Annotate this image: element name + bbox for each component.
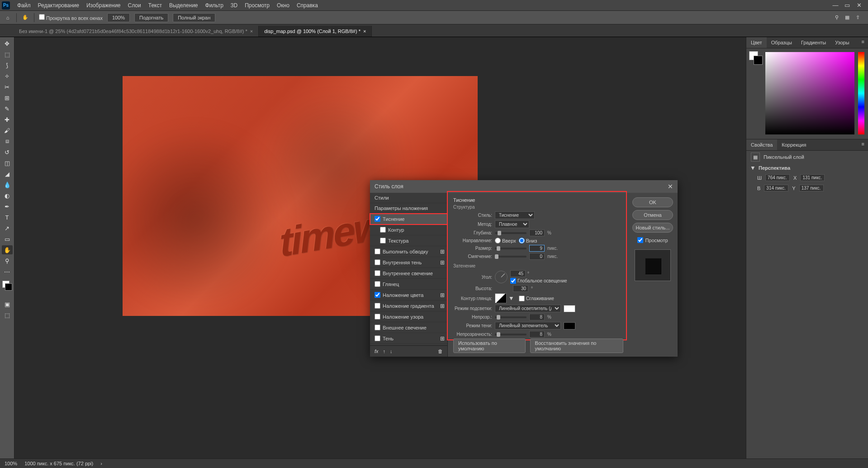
pen-tool[interactable]: ✒ xyxy=(2,202,13,211)
global-light-checkbox[interactable]: Глобальное освещение xyxy=(510,278,567,284)
satin-item[interactable]: Глянец xyxy=(370,279,447,290)
color-picker[interactable] xyxy=(746,48,868,139)
angle-input[interactable] xyxy=(510,270,526,277)
arrow-up-icon[interactable]: ↑ xyxy=(383,349,386,354)
menu-edit[interactable]: Редактирование xyxy=(34,2,83,9)
gradient-tool[interactable]: ◢ xyxy=(2,169,13,178)
tab-gradients[interactable]: Градиенты xyxy=(797,37,830,48)
panel-menu-icon[interactable]: ≡ xyxy=(858,37,868,48)
gradient-overlay-item[interactable]: Наложение градиента⊞ xyxy=(370,301,447,311)
style-select[interactable]: Тиснение xyxy=(495,211,535,219)
eraser-tool[interactable]: ◫ xyxy=(2,158,13,167)
height-input[interactable] xyxy=(764,185,788,191)
scroll-all-checkbox[interactable]: Прокрутка во всех окнах xyxy=(39,14,103,21)
menu-filter[interactable]: Фильтр xyxy=(202,2,227,9)
shadow-color[interactable] xyxy=(564,322,575,330)
frame-tool[interactable]: ⊞ xyxy=(2,93,13,102)
menu-file[interactable]: Файл xyxy=(14,2,34,9)
document-tab-2[interactable]: disp_map.psd @ 100% (Слой 1, RGB/8#) *× xyxy=(259,26,372,37)
trash-icon[interactable]: 🗑 xyxy=(438,349,443,354)
wand-tool[interactable]: ✧ xyxy=(2,72,13,81)
plus-icon[interactable]: ⊞ xyxy=(440,303,445,309)
path-tool[interactable]: ↗ xyxy=(2,224,13,233)
shadow-opacity-input[interactable] xyxy=(529,331,545,338)
menu-image[interactable]: Изображение xyxy=(83,2,124,9)
highlight-opacity-slider[interactable] xyxy=(495,316,526,318)
more-tools[interactable]: ⋯ xyxy=(2,267,13,276)
move-tool[interactable]: ✥ xyxy=(2,39,13,48)
new-style-button[interactable]: Новый стиль... xyxy=(632,223,673,233)
dodge-tool[interactable]: ◐ xyxy=(2,191,13,200)
type-tool[interactable]: T xyxy=(2,213,13,222)
outer-glow-item[interactable]: Внешнее свечение xyxy=(370,322,447,333)
share-icon[interactable]: ⇪ xyxy=(856,14,860,20)
history-brush-tool[interactable]: ↺ xyxy=(2,148,13,157)
eyedropper-tool[interactable]: ✎ xyxy=(2,104,13,113)
lasso-tool[interactable]: ⟆ xyxy=(2,61,13,70)
minimize-button[interactable]: — xyxy=(833,3,838,8)
x-input[interactable] xyxy=(800,174,825,181)
gloss-contour[interactable] xyxy=(495,293,507,303)
menu-view[interactable]: Просмотр xyxy=(241,2,273,9)
search-icon[interactable]: ⚲ xyxy=(835,14,839,20)
panel-menu-icon[interactable]: ≡ xyxy=(858,139,868,150)
depth-input[interactable] xyxy=(529,229,545,236)
stroke-item[interactable]: Выполнить обводку⊞ xyxy=(370,246,447,257)
color-swatches[interactable] xyxy=(2,281,12,291)
hand-tool-icon[interactable]: ✋ xyxy=(21,14,29,20)
plus-icon[interactable]: ⊞ xyxy=(440,248,445,255)
maximize-button[interactable]: ▭ xyxy=(844,3,850,8)
highlight-opacity-input[interactable] xyxy=(529,314,545,320)
altitude-input[interactable] xyxy=(513,285,528,292)
preview-checkbox[interactable]: Просмотр xyxy=(632,237,673,243)
fullscreen-button[interactable]: Полный экран xyxy=(173,13,215,22)
fx-icon[interactable]: fx xyxy=(375,349,379,354)
blur-tool[interactable]: 💧 xyxy=(2,180,13,189)
reset-default-button[interactable]: Восстановить значения по умолчанию xyxy=(530,339,623,353)
close-button[interactable]: ✕ xyxy=(856,3,862,8)
heal-tool[interactable]: ✚ xyxy=(2,115,13,124)
plus-icon[interactable]: ⊞ xyxy=(440,259,445,266)
bevel-emboss-item[interactable]: Тиснение xyxy=(370,214,447,224)
dialog-header[interactable]: Стиль слоя ✕ xyxy=(370,180,678,193)
menu-layers[interactable]: Слои xyxy=(124,2,145,9)
menu-help[interactable]: Справка xyxy=(293,2,322,9)
shadow-opacity-slider[interactable] xyxy=(495,334,526,335)
tab-color[interactable]: Цвет xyxy=(746,37,767,48)
blend-options-item[interactable]: Параметры наложения xyxy=(370,203,447,214)
close-icon[interactable]: × xyxy=(363,29,366,34)
drop-shadow-item[interactable]: Тень⊞ xyxy=(370,333,447,344)
status-zoom[interactable]: 100% xyxy=(5,461,17,466)
size-input[interactable] xyxy=(529,245,545,252)
plus-icon[interactable]: ⊞ xyxy=(440,335,445,342)
direction-down-radio[interactable]: Вниз xyxy=(519,238,537,244)
fit-button[interactable]: Подогнать xyxy=(134,13,168,22)
color-field[interactable] xyxy=(765,52,854,134)
y-input[interactable] xyxy=(799,185,824,191)
quickmask-toggle[interactable]: ▣ xyxy=(2,300,13,309)
angle-dial[interactable] xyxy=(495,271,508,283)
contour-item[interactable]: Контур xyxy=(370,224,447,235)
shape-tool[interactable]: ▭ xyxy=(2,234,13,244)
plus-icon[interactable]: ⊞ xyxy=(440,292,445,298)
tab-patterns[interactable]: Узоры xyxy=(830,37,854,48)
texture-item[interactable]: Текстура xyxy=(370,235,447,246)
inner-glow-item[interactable]: Внутреннее свечение xyxy=(370,268,447,279)
hand-tool[interactable]: ✋ xyxy=(2,245,13,254)
cancel-button[interactable]: Отмена xyxy=(632,210,673,220)
chevron-right-icon[interactable]: › xyxy=(100,461,102,466)
document-tab-1[interactable]: Без имени-1 @ 25% (4d2afd0721b5d0ea46f84… xyxy=(14,26,259,37)
highlight-color[interactable] xyxy=(564,305,575,312)
brush-tool[interactable]: 🖌 xyxy=(2,126,13,135)
depth-slider[interactable] xyxy=(495,232,526,234)
width-input[interactable] xyxy=(765,174,790,181)
crop-tool[interactable]: ✂ xyxy=(2,82,13,91)
menu-select[interactable]: Выделение xyxy=(166,2,202,9)
highlight-mode-select[interactable]: Линейный осветлитель (добавить) xyxy=(495,305,561,312)
close-icon[interactable]: × xyxy=(250,29,253,34)
technique-select[interactable]: Плавное xyxy=(495,220,529,228)
antialias-checkbox[interactable]: Сглаживание xyxy=(519,296,554,301)
marquee-tool[interactable]: ⬚ xyxy=(2,50,13,59)
tab-swatches[interactable]: Образцы xyxy=(767,37,797,48)
soften-input[interactable] xyxy=(529,253,545,260)
